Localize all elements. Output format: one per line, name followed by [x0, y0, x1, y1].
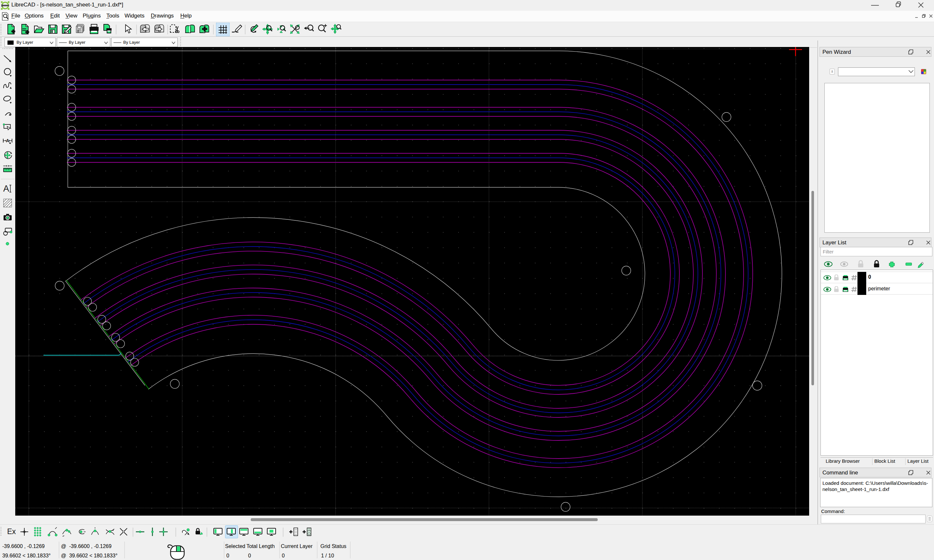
svg-text:A: A	[6, 138, 9, 143]
svg-text:A: A	[3, 184, 9, 194]
